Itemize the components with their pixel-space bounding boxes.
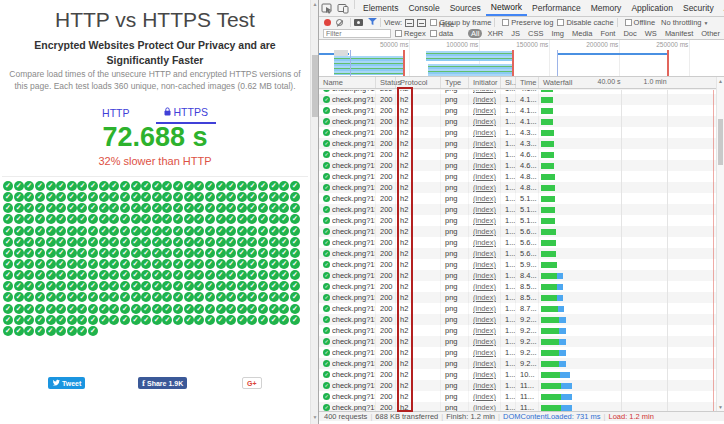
table-row[interactable]: ✓check.png?1512...200h2png(index)1...4.3… bbox=[319, 127, 716, 138]
table-row[interactable]: ✓check.png?1512...200h2png(index)1...5.1… bbox=[319, 204, 716, 215]
table-row[interactable]: ✓check.png?1512...200h2png(index)1...9.2… bbox=[319, 314, 716, 325]
initiator-link[interactable]: (index) bbox=[473, 326, 496, 335]
initiator-link[interactable]: (index) bbox=[473, 260, 496, 269]
table-row[interactable]: ✓check.png?1512...200h2png(index)1...9.2… bbox=[319, 347, 716, 358]
clear-icon[interactable] bbox=[336, 19, 343, 26]
tab-sources[interactable]: Sources bbox=[445, 0, 486, 16]
table-scrollbar[interactable]: ▲ ▼ bbox=[716, 77, 724, 411]
large-rows-icon[interactable] bbox=[417, 19, 426, 27]
filter-funnel-icon[interactable] bbox=[368, 18, 377, 28]
filter-pill-manifest[interactable]: Manifest bbox=[662, 29, 696, 38]
column-header-size[interactable]: Si.. bbox=[501, 77, 516, 88]
initiator-link[interactable]: (index) bbox=[473, 90, 496, 93]
table-row[interactable]: ✓check.png?1512...200h2png(index)1...8.7… bbox=[319, 303, 716, 314]
initiator-link[interactable]: (index) bbox=[473, 337, 496, 346]
filter-input[interactable] bbox=[323, 29, 391, 38]
device-toolbar-icon[interactable] bbox=[337, 3, 349, 14]
table-row[interactable]: ✓check.png?1512...200h2png(index)1...4.3… bbox=[319, 138, 716, 149]
tab-security[interactable]: Security bbox=[678, 0, 719, 16]
initiator-link[interactable]: (index) bbox=[473, 293, 496, 302]
initiator-link[interactable]: (index) bbox=[473, 183, 496, 192]
network-overview[interactable]: 50000 ms100000 ms150000 ms200000 ms25000… bbox=[319, 40, 724, 77]
filter-pill-font[interactable]: Font bbox=[597, 29, 618, 38]
regex-checkbox[interactable] bbox=[395, 30, 402, 37]
initiator-link[interactable]: (index) bbox=[473, 315, 496, 324]
table-row[interactable]: ✓check.png?1512...200h2png(index)1...4.8… bbox=[319, 171, 716, 182]
column-header-type[interactable]: Type bbox=[441, 77, 469, 88]
capture-screenshots-icon[interactable] bbox=[354, 19, 363, 26]
throttling-select[interactable]: No throttling ▼ bbox=[661, 18, 708, 27]
table-row[interactable]: ✓check.png?1512...200h2png(index)1...4.1… bbox=[319, 105, 716, 116]
tab-console[interactable]: Console bbox=[403, 0, 444, 16]
inspect-element-icon[interactable] bbox=[321, 3, 333, 14]
tab-memory[interactable]: Memory bbox=[586, 0, 627, 16]
table-row[interactable]: ✓check.png?1512...200h2png(index)1...8.5… bbox=[319, 281, 716, 292]
record-button[interactable] bbox=[324, 19, 331, 26]
preserve-log-checkbox[interactable] bbox=[502, 19, 509, 26]
tab-elements[interactable]: Elements bbox=[358, 0, 403, 16]
tab-application[interactable]: Application bbox=[626, 0, 678, 16]
table-row[interactable]: ✓check.png?1512...200h2png(index)1...11.… bbox=[319, 380, 716, 391]
column-header-name[interactable]: Name bbox=[319, 77, 376, 88]
table-row[interactable]: ✓check.png?1512...200h2png(index)1...9.2… bbox=[319, 325, 716, 336]
initiator-link[interactable]: (index) bbox=[473, 370, 496, 379]
table-row[interactable]: ✓check.png?1512...200h2png(index)1...8.4… bbox=[319, 270, 716, 281]
table-row[interactable]: ✓check.png?1512...200h2png(index)1...5.1… bbox=[319, 193, 716, 204]
filter-pill-ws[interactable]: WS bbox=[642, 29, 660, 38]
column-header-initiator[interactable]: Initiator bbox=[469, 77, 501, 88]
initiator-link[interactable]: (index) bbox=[473, 172, 496, 181]
scroll-up-arrow[interactable]: ▲ bbox=[717, 78, 724, 84]
disable-cache-checkbox[interactable] bbox=[557, 19, 564, 26]
table-row[interactable]: ✓check.png?1512...200h2png(index)1...5.1… bbox=[319, 215, 716, 226]
initiator-link[interactable]: (index) bbox=[473, 117, 496, 126]
filter-pill-xhr[interactable]: XHR bbox=[484, 29, 506, 38]
table-row[interactable]: ✓check.png?1512...200h2png(index)1...11.… bbox=[319, 391, 716, 402]
table-row[interactable]: ✓check.png?1512...200h2png(index)1...11.… bbox=[319, 402, 716, 411]
filter-pill-js[interactable]: JS bbox=[508, 29, 523, 38]
tab-network[interactable]: Network bbox=[486, 0, 527, 16]
initiator-link[interactable]: (index) bbox=[473, 106, 496, 115]
column-header-protocol[interactable]: Protocol bbox=[396, 77, 441, 88]
initiator-link[interactable]: (index) bbox=[473, 194, 496, 203]
initiator-link[interactable]: (index) bbox=[473, 238, 496, 247]
tab-performance[interactable]: Performance bbox=[527, 0, 586, 16]
initiator-link[interactable]: (index) bbox=[473, 359, 496, 368]
filter-pill-media[interactable]: Media bbox=[569, 29, 595, 38]
initiator-link[interactable]: (index) bbox=[473, 271, 496, 280]
table-row[interactable]: ✓check.png?1512...200h2png(index)1...4.6… bbox=[319, 149, 716, 160]
tab-https[interactable]: HTTPS bbox=[156, 104, 216, 124]
initiator-link[interactable]: (index) bbox=[473, 139, 496, 148]
table-row[interactable]: ✓check.png?1512...200h2png(index)1...5.6… bbox=[319, 237, 716, 248]
facebook-share-button[interactable]: f Share 1.9K bbox=[138, 377, 187, 389]
column-header-time[interactable]: Time bbox=[516, 77, 539, 88]
initiator-link[interactable]: (index) bbox=[473, 95, 496, 104]
tab-http[interactable]: HTTP bbox=[94, 104, 137, 124]
initiator-link[interactable]: (index) bbox=[473, 216, 496, 225]
table-row[interactable]: ✓check.png?1512...200h2png(index)1...8.5… bbox=[319, 292, 716, 303]
offline-checkbox[interactable] bbox=[625, 19, 632, 26]
page-scrollbar[interactable]: ▲ ▼ bbox=[310, 0, 318, 424]
initiator-link[interactable]: (index) bbox=[473, 282, 496, 291]
initiator-link[interactable]: (index) bbox=[473, 161, 496, 170]
filter-pill-doc[interactable]: Doc bbox=[620, 29, 639, 38]
table-row[interactable]: ✓check.png?1512...200h2png(index)1...5.9… bbox=[319, 259, 716, 270]
initiator-link[interactable]: (index) bbox=[473, 150, 496, 159]
table-row[interactable]: ✓check.png?1512...200h2png(index)1...9.2… bbox=[319, 336, 716, 347]
filter-pill-css[interactable]: CSS bbox=[525, 29, 546, 38]
table-row[interactable]: ✓check.png?1512...200h2png(index)1...9.2… bbox=[319, 358, 716, 369]
initiator-link[interactable]: (index) bbox=[473, 403, 496, 411]
tab-audits[interactable]: Audits bbox=[719, 0, 724, 16]
initiator-link[interactable]: (index) bbox=[473, 128, 496, 137]
table-row[interactable]: ✓check.png?1512...200h2png(index)1...4.1… bbox=[319, 116, 716, 127]
tweet-button[interactable]: Tweet bbox=[48, 377, 85, 389]
initiator-link[interactable]: (index) bbox=[473, 304, 496, 313]
filter-pill-other[interactable]: Other bbox=[698, 29, 723, 38]
column-header-waterfall[interactable]: Waterfall 40.00 s 1.0 min bbox=[539, 77, 716, 88]
initiator-link[interactable]: (index) bbox=[473, 227, 496, 236]
scroll-down-arrow[interactable]: ▼ bbox=[717, 404, 724, 410]
hide-data-urls-checkbox[interactable] bbox=[430, 30, 437, 37]
table-row[interactable]: ✓check.png?1512...200h2png(index)1...4.6… bbox=[319, 160, 716, 171]
initiator-link[interactable]: (index) bbox=[473, 381, 496, 390]
list-view-icon[interactable] bbox=[405, 19, 414, 27]
initiator-link[interactable]: (index) bbox=[473, 392, 496, 401]
